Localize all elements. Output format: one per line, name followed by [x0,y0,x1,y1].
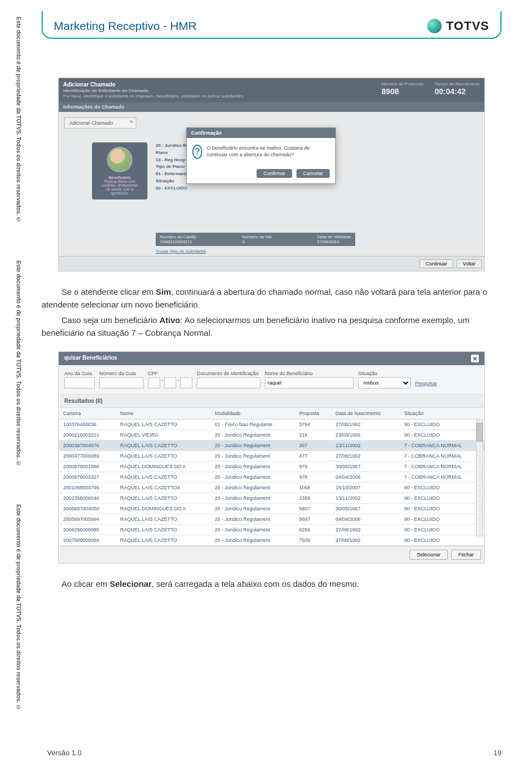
scrollbar-thumb[interactable] [477,423,483,442]
ano-input[interactable] [64,377,95,388]
beneficiario-card[interactable]: Beneficiário Pessoa física com contrato … [92,142,147,199]
table-row[interactable]: 2000397004576RAQUEL LAIS CAZETTO20 - Jur… [59,441,484,451]
table-cell: 20 - Juridico Regulament [210,430,294,441]
trocar-tipo-link[interactable]: Trocar Tipo do Solicitante [156,249,206,254]
table-cell: 20 - Juridico Regulament [210,462,294,472]
table-row[interactable]: 2000978002327RAQUEL LAIS CAZETTO20 - Jur… [59,472,484,483]
table-row[interactable]: 2005697004050RAQUEL DOMINGUES DO A20 - J… [59,504,484,514]
table-cell: 5697 [295,514,331,525]
table-cell: RAQUEL LAIS CAZETTO [116,535,211,546]
column-header[interactable]: Data de Nascimento [331,408,400,419]
table-cell: 20 - Juridico Regulament [210,535,294,546]
paragraph-2: Caso seja um beneficiário Ativo: Ao sele… [42,314,502,340]
table-cell: 90 - EXCLUIDO [400,419,484,430]
table-cell: 20 - Juridico Regulament [210,525,294,535]
ano-label: Ano da Guia [64,371,95,376]
card-desc-1: Pessoa física com contrato diretamente [96,180,143,187]
cpf-input-2[interactable] [164,377,176,388]
text: Ao clicar em [62,579,110,588]
table-cell: 20 - Juridico Regulament [210,483,294,493]
table-row[interactable]: 100376400036RAQUEL LAIS CAZETTO01 - Fisi… [59,419,484,430]
table-cell: 04/04/2006 [331,472,400,483]
table-cell: 20 - Juridico Regulament [210,514,294,525]
table-cell: RAQUEL LAIS CAZETTO4 [116,483,211,493]
table-row[interactable]: 2000477000089RAQUEL LAIS CAZETTO20 - Jur… [59,451,484,462]
text-bold: Selecionar [110,579,152,588]
cartao-label: Número do Cartão [160,234,197,239]
protocolo-label: Número do Protocolo [382,81,424,86]
table-row[interactable]: 2001068004795RAQUEL LAIS CAZETTO420 - Ju… [59,483,484,493]
page-number: 19 [494,749,502,757]
table-row[interactable]: 2006256000085RAQUEL LAIS CAZETTO20 - Jur… [59,525,484,535]
cancel-button[interactable]: Cancelar [296,169,330,178]
text: Se o atendente clicar em [62,287,156,296]
table-cell: 5697 [295,504,331,514]
info-chamado-label: Informações do Chamado [59,102,484,112]
tempo-label: Tempo de Atendimento [434,81,480,86]
side-note: Este documento é de propriedade da TOTVS… [16,17,22,223]
table-row[interactable]: 2000216003211RAQUEL VIEIRA20 - Juridico … [59,430,484,441]
nome-input[interactable] [265,377,354,388]
cpf-input-3[interactable] [180,377,192,388]
close-icon[interactable]: ✕ [129,119,134,125]
doc-input[interactable] [197,377,260,388]
table-cell: 7509 [295,535,331,546]
column-header[interactable]: Situação [400,408,484,419]
table-cell: RAQUEL LAIS CAZETTO [116,493,211,504]
table-cell: 90 - EXCLUIDO [400,514,484,525]
cpf-input-1[interactable] [148,377,160,388]
search-form: Ano da Guia Número da Guia CPF -- Docume… [59,365,484,395]
pesquisar-link[interactable]: Pesquisar [415,381,437,388]
table-cell: 2000216003211 [59,430,116,441]
table-cell: 2000978002327 [59,472,116,483]
ident-subtitle: Por favor, identifique o solicitante do … [63,94,371,99]
numero-label: Número da Guia [99,371,144,376]
results-table: CarteiraNomeModalidadePropostaData de Na… [59,408,484,546]
table-cell: 13/11/2002 [331,493,400,504]
column-header[interactable]: Nome [116,408,211,419]
table-cell: 2005697004050 [59,504,116,514]
close-icon[interactable]: ✕ [471,355,479,362]
table-cell: 2000397004576 [59,441,116,451]
numero-input[interactable] [99,377,144,388]
table-row[interactable]: 2000978001886RAQUEL DOMINGUES DO A20 - J… [59,462,484,472]
table-cell: 27/08/1992 [331,525,400,535]
table-cell: 04/04/2006 [331,514,400,525]
selecionar-button[interactable]: Selecionar [410,550,448,560]
column-header[interactable]: Proposta [295,408,331,419]
text-bold: Sim [156,287,171,296]
table-cell: 477 [295,451,331,462]
table-cell: 7 - COBRANCA NORMAL [400,472,484,483]
table-row[interactable]: 2002356006040RAQUEL LAIS CAZETTO20 - Jur… [59,493,484,504]
via-label: Número da Via [242,234,272,239]
table-row[interactable]: 2007509000086RAQUEL LAIS CAZETTO20 - Jur… [59,535,484,546]
fechar-button[interactable]: Fechar [451,550,481,560]
table-cell: RAQUEL LAIS CAZETTO [116,419,211,430]
table-row[interactable]: 2005697005994RAQUEL LAIS CAZETTO20 - Jur… [59,514,484,525]
table-cell: 2007509000086 [59,535,116,546]
table-cell: 2000978001886 [59,462,116,472]
paragraph-3: Ao clicar em Selecionar, será carregada … [42,577,502,590]
table-cell: 15/10/2007 [331,483,400,493]
table-cell: 23/03/1986 [331,430,400,441]
cpf-label: CPF [148,371,192,376]
table-cell: 90 - EXCLUIDO [400,483,484,493]
column-header[interactable]: Modalidade [210,408,294,419]
table-cell: 27/08/1992 [331,451,400,462]
voltar-button[interactable]: Voltar [457,259,482,268]
protocolo-value: 8908 [382,87,424,96]
table-cell: 27/08/1992 [331,535,400,546]
table-cell: 7 - COBRANCA NORMAL [400,451,484,462]
tab-adicionar-chamado[interactable]: Adicionar Chamado ✕ [64,117,136,129]
situacao-select[interactable]: Ambos [358,377,411,388]
continuar-button[interactable]: Continuar [420,259,453,268]
table-cell: 27/08/1992 [331,419,400,430]
confirm-button[interactable]: Confirmar [257,169,292,178]
beneficiario-bottom-bar: Número do Cartão 2000216003211 Número da… [156,233,355,246]
cartao-value: 2000216003211 [160,239,197,244]
scrollbar[interactable] [476,420,483,536]
table-cell: 20 - Juridico Regulament [210,472,294,483]
table-cell: 20 - Juridico Regulament [210,441,294,451]
doc-label: Documento de Identificação [197,371,260,376]
column-header[interactable]: Carteira [59,408,116,419]
